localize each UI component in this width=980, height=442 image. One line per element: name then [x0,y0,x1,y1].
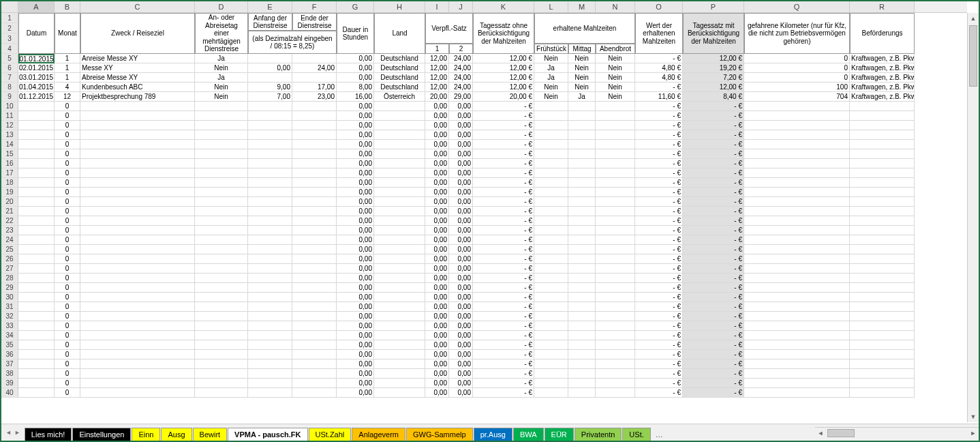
cell-E39[interactable] [248,379,292,388]
cell-B25[interactable]: 0 [55,245,80,254]
cell-P23[interactable]: - € [683,226,744,235]
cell-K34[interactable]: - € [473,331,534,340]
cell-C33[interactable] [80,321,195,331]
cell-B9[interactable]: 12 [55,92,80,102]
cell-F36[interactable] [292,350,337,359]
cell-D19[interactable] [195,188,248,197]
hdr-mittag[interactable]: Mittag [568,44,596,54]
cell-M32[interactable] [568,312,596,321]
cell-M8[interactable]: Nein [568,83,596,92]
cell-I22[interactable]: 0,00 [425,216,449,226]
cell-G35[interactable]: 0,00 [337,340,374,350]
col-header-M[interactable]: M [568,1,596,12]
cell-R23[interactable] [850,226,915,235]
cell-A31[interactable] [18,302,55,312]
cell-R34[interactable] [850,331,915,340]
cell-F9[interactable]: 23,00 [292,92,337,102]
cell-R27[interactable] [850,264,915,274]
hdr-ende[interactable]: Ende der Dienstreise [292,13,337,31]
cell-C19[interactable] [80,188,195,197]
cell-D22[interactable] [195,216,248,226]
cell-M35[interactable] [568,340,596,350]
cell-R38[interactable] [850,369,915,379]
cell-F37[interactable] [292,359,337,369]
cell-O18[interactable]: - € [635,178,683,188]
cell-L32[interactable] [534,312,568,321]
cell-D28[interactable] [195,274,248,283]
cell-K12[interactable]: - € [473,121,534,130]
cell-D34[interactable] [195,331,248,340]
cell-I30[interactable]: 0,00 [425,293,449,302]
cell-A7[interactable]: 03.01.2015 [18,73,55,83]
cell-N17[interactable] [596,168,635,178]
cell-L14[interactable] [534,140,568,149]
cell-N10[interactable] [596,102,635,111]
cell-F21[interactable] [292,207,337,216]
cell-R11[interactable] [850,111,915,121]
cell-K24[interactable]: - € [473,235,534,245]
cell-D30[interactable] [195,293,248,302]
cell-H18[interactable] [374,178,425,188]
row-header-26[interactable]: 26 [1,254,18,264]
cell-C23[interactable] [80,226,195,235]
cell-L17[interactable] [534,168,568,178]
cell-D36[interactable] [195,350,248,359]
cell-J11[interactable]: 0,00 [449,111,473,121]
cell-Q12[interactable] [744,121,850,130]
cell-I23[interactable]: 0,00 [425,226,449,235]
cell-K14[interactable]: - € [473,140,534,149]
cell-C26[interactable] [80,254,195,264]
cell-R26[interactable] [850,254,915,264]
hdr-anfang[interactable]: Anfang der Dienstreise [248,13,292,31]
cell-J28[interactable]: 0,00 [449,274,473,283]
cell-R19[interactable] [850,188,915,197]
cell-I38[interactable]: 0,00 [425,369,449,379]
cell-H20[interactable] [374,197,425,207]
cell-E11[interactable] [248,111,292,121]
cell-P21[interactable]: - € [683,207,744,216]
cell-O20[interactable]: - € [635,197,683,207]
cell-N40[interactable] [596,388,635,398]
col-header-A[interactable]: A [18,1,55,12]
cell-P30[interactable]: - € [683,293,744,302]
scroll-down-arrow[interactable]: ▼ [968,411,979,422]
cell-R17[interactable] [850,168,915,178]
cell-L40[interactable] [534,388,568,398]
cell-F18[interactable] [292,178,337,188]
cell-A32[interactable] [18,312,55,321]
row-header-16[interactable]: 16 [1,159,18,168]
cell-E28[interactable] [248,274,292,283]
hdr-zweck[interactable]: Zweck / Reiseziel [80,13,195,54]
cell-Q24[interactable] [744,235,850,245]
cell-J14[interactable]: 0,00 [449,140,473,149]
cell-O16[interactable]: - € [635,159,683,168]
row-header-23[interactable]: 23 [1,226,18,235]
cell-O27[interactable]: - € [635,264,683,274]
cell-H29[interactable] [374,283,425,293]
cell-O34[interactable]: - € [635,331,683,340]
cell-L16[interactable] [534,159,568,168]
cell-C29[interactable] [80,283,195,293]
cell-K27[interactable]: - € [473,264,534,274]
cell-Q40[interactable] [744,388,850,398]
row-header-32[interactable]: 32 [1,312,18,321]
cell-M31[interactable] [568,302,596,312]
col-header-C[interactable]: C [80,1,195,12]
cell-D16[interactable] [195,159,248,168]
cell-B29[interactable]: 0 [55,283,80,293]
cell-H36[interactable] [374,350,425,359]
cell-A17[interactable] [18,168,55,178]
cell-I15[interactable]: 0,00 [425,149,449,159]
cell-L10[interactable] [534,102,568,111]
cell-B15[interactable]: 0 [55,149,80,159]
row-header-1[interactable]: 1 [1,13,18,23]
cell-G17[interactable]: 0,00 [337,168,374,178]
cell-I20[interactable]: 0,00 [425,197,449,207]
cell-P39[interactable]: - € [683,379,744,388]
cell-R24[interactable] [850,235,915,245]
cell-I17[interactable]: 0,00 [425,168,449,178]
cell-G19[interactable]: 0,00 [337,188,374,197]
cell-H16[interactable] [374,159,425,168]
cell-K11[interactable]: - € [473,111,534,121]
cell-K33[interactable]: - € [473,321,534,331]
